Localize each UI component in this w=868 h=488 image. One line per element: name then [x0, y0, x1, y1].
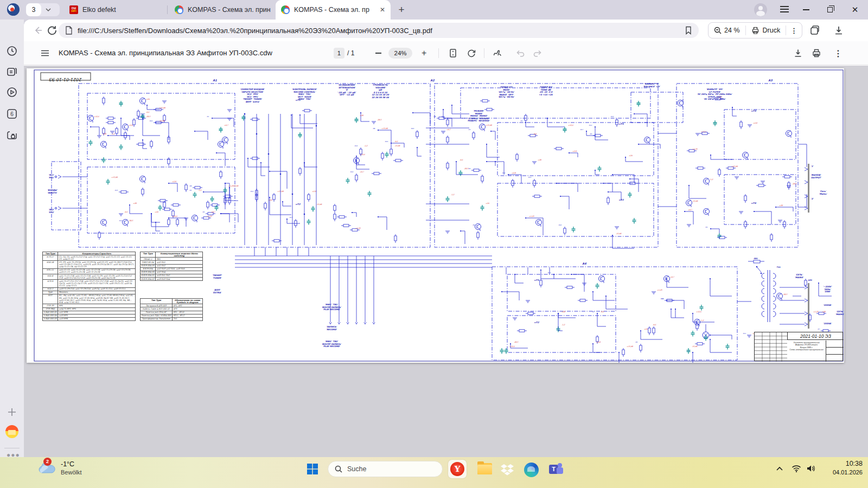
feed-icon[interactable]: [7, 66, 17, 77]
svg-text:+12,6: +12,6: [568, 124, 574, 126]
close-button[interactable]: ✕: [844, 0, 866, 20]
svg-text:=Т1: =Т1: [618, 123, 623, 125]
svg-text:'МФ2' 'ТВ2''ВОСПР ЗАПИСЬ''PLA: 'МФ2' 'ТВ2''ВОСПР ЗАПИСЬ''PLAY RECORD': [322, 340, 342, 348]
new-tab-button[interactable]: +: [395, 3, 408, 16]
svg-text:+24: +24: [269, 199, 273, 201]
fit-page-icon[interactable]: [448, 48, 458, 58]
maximize-button[interactable]: [819, 0, 841, 20]
tab-kompas-2-active[interactable]: KOMPAS - Схема эл. пр ✕: [276, 0, 391, 20]
history-icon[interactable]: [7, 46, 17, 56]
svg-text:-1,2: -1,2: [700, 319, 704, 322]
svg-text:'~220V''50Hz''20W': '~220V''50Hz''20W': [823, 285, 832, 293]
yandex-browser-logo-icon[interactable]: [7, 3, 20, 16]
start-button-icon[interactable]: [306, 463, 319, 476]
pdf-zoom-level[interactable]: 24%: [388, 48, 412, 59]
print-button[interactable]: Druck: [746, 23, 786, 38]
svg-text:+1,25: +1,25: [529, 215, 535, 217]
pdf-menu-icon[interactable]: ⋮: [833, 48, 843, 58]
svg-text:R15: R15: [114, 189, 118, 191]
svg-text:'ЗАПИСЬ''RECORD': 'ЗАПИСЬ''RECORD': [326, 325, 337, 331]
svg-text:+0,7: +0,7: [211, 211, 216, 213]
svg-text:-1,2: -1,2: [710, 178, 713, 181]
pdf-sidebar-toggle-icon[interactable]: [40, 48, 50, 58]
bookmark-icon[interactable]: [685, 26, 692, 35]
yandex-mail-icon[interactable]: [5, 425, 18, 438]
svg-text:R9: R9: [468, 168, 470, 170]
file-explorer-icon[interactable]: [477, 463, 492, 474]
address-bar[interactable]: file:///C:/Users/Steffen/Downloads/Схема…: [59, 23, 699, 38]
volume-icon[interactable]: [807, 465, 816, 472]
svg-text:R9: R9: [520, 120, 522, 122]
minimize-button[interactable]: [795, 0, 817, 20]
weather-widget[interactable]: 2 -1°C Bewölkt: [38, 459, 82, 476]
svg-text:+15,08: +15,08: [111, 176, 118, 178]
svg-text:-0,6: -0,6: [601, 311, 604, 313]
svg-text:R23: R23: [610, 115, 614, 118]
tab-kompas-1[interactable]: KOMPAS - Схема эл. прин: [169, 0, 273, 20]
svg-text:-1,2: -1,2: [364, 145, 368, 147]
desktop-screen: 3 OldHiFi Elko defekt KOMPAS - Схема эл.…: [0, 0, 868, 488]
tab-close-icon[interactable]: ✕: [380, 6, 385, 14]
teams-icon[interactable]: T: [549, 463, 564, 477]
zoom-in-button[interactable]: +: [422, 48, 426, 58]
edge-icon[interactable]: [524, 463, 539, 477]
svg-text:+15,08: +15,08: [731, 165, 738, 168]
svg-text:'ФИЛЬТР' 'НЧ''LF FILTER''ЗС 20: 'ФИЛЬТР' 'НЧ''LF FILTER''ЗС 20Гц 50Гц' '…: [697, 88, 733, 100]
reload-icon[interactable]: [47, 25, 58, 36]
pdf-document-title: KOMPAS - Схема эл. принципиальная Э3 Амф…: [59, 49, 272, 57]
page-number-input[interactable]: 1: [334, 48, 344, 59]
page-tools-group: 24 % Druck ⋮: [708, 22, 802, 38]
zoom-out-button[interactable]: [375, 53, 381, 54]
svg-text:-15,08: -15,08: [692, 345, 698, 348]
download-icon[interactable]: [793, 48, 803, 58]
svg-text:+24: +24: [146, 98, 150, 100]
collections-icon[interactable]: [809, 25, 820, 36]
tab-group-6-icon[interactable]: 6: [7, 108, 17, 119]
pdf-favicon: [175, 5, 183, 14]
redo-icon[interactable]: [533, 48, 542, 58]
menu-icon[interactable]: [780, 6, 789, 14]
chevron-down-icon: [46, 8, 51, 11]
wifi-icon[interactable]: [792, 465, 801, 472]
taskbar-clock[interactable]: 10:38 04.01.2026: [825, 460, 863, 476]
tab-counter[interactable]: 3: [26, 3, 60, 16]
svg-text:+0,7: +0,7: [360, 171, 365, 173]
page-menu-icon[interactable]: ⋮: [786, 23, 802, 38]
svg-text:R19: R19: [660, 298, 663, 300]
zoom-control[interactable]: 24 %: [709, 23, 745, 38]
back-icon[interactable]: [33, 25, 43, 36]
downloads-icon[interactable]: [833, 25, 844, 36]
dropbox-icon[interactable]: [500, 463, 514, 477]
add-panel-icon[interactable]: [7, 407, 17, 418]
taskbar-search[interactable]: Suche: [328, 461, 443, 477]
print-icon[interactable]: [812, 48, 821, 58]
taskbar-yandex-active[interactable]: Y: [448, 460, 467, 478]
weather-temperature: -1°C: [61, 460, 82, 468]
rotate-icon[interactable]: [467, 48, 476, 58]
printer-icon: [751, 27, 760, 34]
svg-text:-15,08: -15,08: [159, 120, 165, 122]
svg-text:-28,5: -28,5: [146, 115, 151, 118]
video-icon[interactable]: [7, 87, 17, 98]
svg-text:R22: R22: [558, 224, 561, 226]
svg-text:+1,25: +1,25: [692, 148, 698, 150]
svg-text:-28,5: -28,5: [129, 220, 133, 222]
svg-text:'Сеть''Mains': 'Сеть''Mains': [819, 190, 828, 195]
tray-expand-icon[interactable]: [776, 466, 783, 471]
tab-elko-defekt[interactable]: OldHiFi Elko defekt: [64, 0, 166, 20]
svg-text:R6: R6: [635, 341, 637, 343]
svg-text:+28: +28: [360, 114, 364, 117]
pdf-viewer-area[interactable]: 2021-01-10 ЭЗ+15,08-15,08R24+24+2,8-0,6+…: [24, 66, 868, 457]
svg-text:R10: R10: [547, 272, 551, 274]
browser-sidebar: 6 ●●●: [0, 20, 24, 457]
undo-icon[interactable]: [515, 48, 525, 58]
draw-pen-icon[interactable]: [493, 48, 502, 58]
profile-avatar[interactable]: [754, 3, 767, 16]
svg-text:+15,08: +15,08: [159, 107, 166, 109]
time-text: 10:38: [825, 460, 863, 467]
svg-text:-1,2: -1,2: [561, 324, 565, 326]
svg-text:=Т4: =Т4: [751, 202, 756, 204]
svg-text:+28: +28: [561, 311, 566, 313]
url-text: file:///C:/Users/Steffen/Downloads/Схема…: [78, 27, 685, 35]
screenshot-camera-icon[interactable]: [7, 130, 17, 141]
